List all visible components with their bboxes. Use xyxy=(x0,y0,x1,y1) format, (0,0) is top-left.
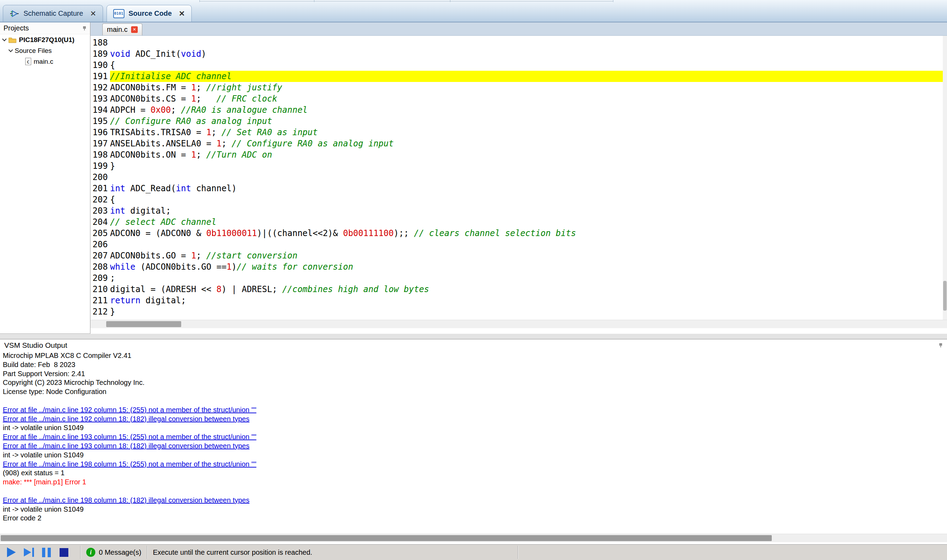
code-line[interactable]: 195// Configure RA0 as analog input xyxy=(90,115,947,127)
code-line[interactable]: 203int digital; xyxy=(90,205,947,217)
line-number[interactable]: 207 xyxy=(90,250,110,261)
line-number[interactable]: 195 xyxy=(90,115,110,127)
line-number[interactable]: 210 xyxy=(90,284,110,295)
tree-item-source-files[interactable]: Source Files xyxy=(0,45,90,56)
step-icon xyxy=(24,548,34,557)
code-line[interactable]: 196TRISAbits.TRISA0 = 1; // Set RA0 as i… xyxy=(90,127,947,138)
output-horizontal-scrollbar[interactable] xyxy=(0,534,947,542)
stop-button[interactable] xyxy=(56,545,72,560)
scrollbar-thumb[interactable] xyxy=(106,321,181,327)
tab-main-c[interactable]: main.c ✕ xyxy=(102,23,142,35)
line-number[interactable]: 189 xyxy=(90,48,110,60)
line-number[interactable]: 191 xyxy=(90,71,110,82)
code-line[interactable]: 207ADCON0bits.GO = 1; //start conversion xyxy=(90,250,947,261)
line-number[interactable]: 194 xyxy=(90,105,110,115)
code-line[interactable]: 188 xyxy=(90,37,947,48)
output-line: int -> volatile union S1049 xyxy=(3,451,947,460)
tree-item-pic18f27q10[interactable]: PIC18F27Q10(U1) xyxy=(0,34,90,45)
output-error-link[interactable]: Error at file ../main.c line 198 column … xyxy=(3,496,947,505)
code-line[interactable]: 212} xyxy=(90,306,947,317)
code-line[interactable]: 206 xyxy=(90,239,947,250)
output-line: Copyright (C) 2023 Microchip Technology … xyxy=(3,378,947,387)
output-error-link[interactable]: Error at file ../main.c line 192 column … xyxy=(3,406,947,415)
line-number[interactable]: 193 xyxy=(90,93,110,105)
line-number[interactable]: 208 xyxy=(90,261,110,272)
line-number[interactable]: 205 xyxy=(90,228,110,239)
close-icon[interactable]: ✕ xyxy=(179,10,185,17)
chevron-down-icon[interactable] xyxy=(2,37,7,42)
tab-source-code[interactable]: 0101 Source Code ✕ xyxy=(106,5,192,22)
code-line[interactable]: 192ADCON0bits.FM = 1; //right justify xyxy=(90,82,947,93)
toolbar-divider xyxy=(199,0,200,2)
code-editor[interactable]: 188189void ADC_Init(void)190{191//Initia… xyxy=(90,36,947,320)
code-line[interactable]: 201int ADC_Read(int channel) xyxy=(90,183,947,194)
code-line[interactable]: 200 xyxy=(90,172,947,183)
status-text: Execute until the current cursor positio… xyxy=(153,548,312,557)
code-line[interactable]: 189void ADC_Init(void) xyxy=(90,48,947,60)
code-line[interactable]: 211return digital; xyxy=(90,295,947,306)
output-line: (908) exit status = 1 xyxy=(3,469,947,478)
line-number[interactable]: 199 xyxy=(90,160,110,172)
code-line[interactable]: 208while (ADCON0bits.GO ==1)// waits for… xyxy=(90,261,947,272)
close-file-icon[interactable]: ✕ xyxy=(131,26,138,33)
line-number[interactable]: 204 xyxy=(90,217,110,228)
statusbar-divider xyxy=(518,546,518,559)
code-line[interactable]: 209; xyxy=(90,272,947,284)
editor-horizontal-scrollbar[interactable] xyxy=(90,320,947,328)
output-line xyxy=(3,397,947,406)
chevron-down-icon[interactable] xyxy=(8,48,13,52)
output-line: int -> volatile union S1049 xyxy=(3,505,947,514)
line-number[interactable]: 188 xyxy=(90,37,110,48)
tab-schematic-capture[interactable]: Schematic Capture ✕ xyxy=(3,5,103,22)
step-button[interactable] xyxy=(20,545,37,560)
output-line: Part Support Version: 2.41 xyxy=(3,369,947,378)
line-number[interactable]: 200 xyxy=(90,172,110,183)
code-line[interactable]: 198ADCON0bits.ON = 1; //Turn ADC on xyxy=(90,149,947,160)
line-number[interactable]: 196 xyxy=(90,127,110,138)
line-number[interactable]: 197 xyxy=(90,138,110,149)
code-line[interactable]: 202{ xyxy=(90,194,947,205)
status-segment: Execute until the current cursor positio… xyxy=(147,545,518,560)
line-number[interactable]: 198 xyxy=(90,149,110,160)
projects-panel: Projects PIC18F27Q10(U1)Source Filescmai… xyxy=(0,22,90,334)
messages-count: 0 Message(s) xyxy=(99,548,141,557)
tree-item-label: PIC18F27Q10(U1) xyxy=(19,36,74,44)
code-line[interactable]: 193ADCON0bits.CS = 1; // FRC clock xyxy=(90,93,947,105)
code-line[interactable]: 191//Initialise ADC channel xyxy=(90,71,947,82)
output-lines: Microchip MPLAB XC8 C Compiler V2.41Buil… xyxy=(0,351,947,523)
run-button[interactable] xyxy=(3,545,20,560)
close-icon[interactable]: ✕ xyxy=(90,10,96,17)
line-number[interactable]: 192 xyxy=(90,82,110,93)
output-error-link[interactable]: Error at file ../main.c line 193 column … xyxy=(3,442,947,451)
pin-icon[interactable] xyxy=(82,26,87,31)
code-line[interactable]: 204// select ADC channel xyxy=(90,217,947,228)
line-number[interactable]: 212 xyxy=(90,306,110,317)
output-error-link[interactable]: Error at file ../main.c line 198 column … xyxy=(3,460,947,469)
pause-button[interactable] xyxy=(38,545,55,560)
code-line[interactable]: 205ADCON0 = (ADCON0 & 0b11000011)|((chan… xyxy=(90,228,947,239)
panel-splitter[interactable] xyxy=(0,334,947,339)
line-number[interactable]: 211 xyxy=(90,295,110,306)
output-error-link[interactable]: Error at file ../main.c line 192 column … xyxy=(3,415,947,424)
output-line: make: *** [main.p1] Error 1 xyxy=(3,478,947,487)
code-lines: 188189void ADC_Init(void)190{191//Initia… xyxy=(90,37,947,317)
tree-item-main-c[interactable]: cmain.c xyxy=(0,56,90,67)
stop-icon xyxy=(60,548,68,557)
code-line[interactable]: 199} xyxy=(90,160,947,172)
line-number[interactable]: 190 xyxy=(90,60,110,71)
code-line[interactable]: 210digital = (ADRESH << 8) | ADRESL; //c… xyxy=(90,284,947,295)
editor-vertical-scrollbar[interactable] xyxy=(943,36,947,320)
line-number[interactable]: 202 xyxy=(90,194,110,205)
line-number[interactable]: 209 xyxy=(90,272,110,284)
scrollbar-thumb[interactable] xyxy=(943,281,947,311)
code-line[interactable]: 197ANSELAbits.ANSELA0 = 1; // Configure … xyxy=(90,138,947,149)
code-line[interactable]: 190{ xyxy=(90,60,947,71)
line-number[interactable]: 201 xyxy=(90,183,110,194)
info-icon: i xyxy=(86,548,95,557)
pin-icon[interactable] xyxy=(938,343,944,348)
output-error-link[interactable]: Error at file ../main.c line 193 column … xyxy=(3,432,947,442)
scrollbar-thumb[interactable] xyxy=(1,535,772,541)
line-number[interactable]: 206 xyxy=(90,239,110,250)
code-line[interactable]: 194ADPCH = 0x00; //RA0 is analogue chann… xyxy=(90,105,947,115)
line-number[interactable]: 203 xyxy=(90,205,110,217)
